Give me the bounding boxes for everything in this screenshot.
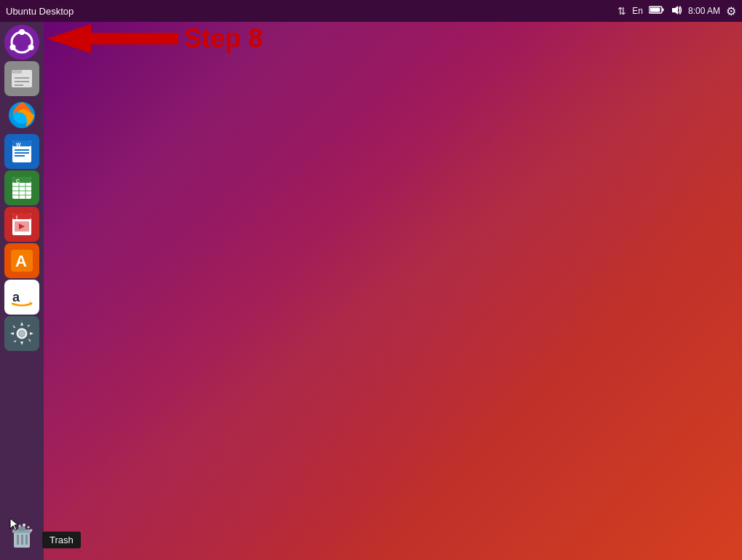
battery-indicator <box>649 5 665 17</box>
launcher-icon-system-settings[interactable] <box>4 316 39 351</box>
svg-point-50 <box>19 525 21 527</box>
svg-rect-18 <box>12 141 31 146</box>
impress-icon: I <box>9 211 35 237</box>
svg-text:C: C <box>16 178 20 184</box>
svg-rect-47 <box>21 535 23 545</box>
svg-rect-13 <box>15 81 29 82</box>
launcher-icon-firefox[interactable] <box>4 98 39 133</box>
amazon-icon: a <box>9 284 35 310</box>
svg-point-49 <box>14 527 17 530</box>
svg-point-52 <box>28 527 30 529</box>
svg-point-53 <box>31 529 33 532</box>
volume-indicator[interactable] <box>671 5 682 17</box>
writer-icon: W <box>9 138 35 165</box>
svg-rect-48 <box>25 535 28 545</box>
system-settings-icon <box>9 320 35 347</box>
svg-point-42 <box>19 331 25 336</box>
svg-marker-3 <box>672 6 678 15</box>
launcher-icon-calc[interactable]: C <box>4 170 39 205</box>
svg-rect-21 <box>15 152 29 154</box>
launcher-icon-ubuntu[interactable] <box>4 25 39 60</box>
launcher-icon-amazon[interactable]: a <box>4 280 39 315</box>
sort-icon[interactable] <box>617 5 626 17</box>
launcher-icon-software-center[interactable]: A <box>4 243 39 278</box>
svg-text:I: I <box>16 215 17 220</box>
time-display: 8:00 AM <box>688 6 720 16</box>
launcher-icon-writer[interactable]: W <box>4 134 39 169</box>
svg-point-8 <box>10 44 16 50</box>
svg-rect-22 <box>15 155 25 157</box>
svg-rect-46 <box>17 535 19 545</box>
svg-rect-14 <box>15 84 23 86</box>
svg-rect-45 <box>18 527 25 531</box>
svg-text:W: W <box>16 142 21 147</box>
files-icon <box>9 66 35 92</box>
calc-icon: C <box>9 175 35 201</box>
software-center-icon: A <box>9 248 35 274</box>
topbar-right: En 8:00 AM ⚙ <box>617 4 736 18</box>
firefox-icon <box>7 100 37 130</box>
svg-rect-12 <box>15 77 29 79</box>
topbar-title: Ubuntu Desktop <box>6 6 74 17</box>
topbar: Ubuntu Desktop En 8:00 AM ⚙ <box>0 0 742 22</box>
svg-point-9 <box>28 44 34 50</box>
svg-text:A: A <box>15 252 27 270</box>
svg-rect-1 <box>662 9 664 12</box>
topbar-left: Ubuntu Desktop <box>6 6 74 17</box>
svg-rect-24 <box>12 177 31 183</box>
trash-container: Trash <box>4 519 39 554</box>
launcher-icon-files[interactable] <box>4 61 39 96</box>
ubuntu-logo-icon <box>7 27 37 58</box>
svg-point-7 <box>19 29 25 35</box>
launcher-sidebar: W C I A <box>0 22 44 560</box>
launcher-icon-trash[interactable] <box>4 519 39 554</box>
launcher-icon-impress[interactable]: I <box>4 207 39 242</box>
svg-rect-11 <box>12 70 22 74</box>
svg-text:a: a <box>12 290 20 304</box>
settings-gear-icon[interactable]: ⚙ <box>726 4 736 18</box>
svg-point-51 <box>23 524 25 527</box>
svg-rect-2 <box>650 8 660 12</box>
svg-rect-20 <box>15 149 29 151</box>
lang-indicator[interactable]: En <box>632 6 643 16</box>
svg-rect-32 <box>12 213 31 219</box>
trash-icon <box>8 523 36 551</box>
desktop <box>44 22 742 560</box>
